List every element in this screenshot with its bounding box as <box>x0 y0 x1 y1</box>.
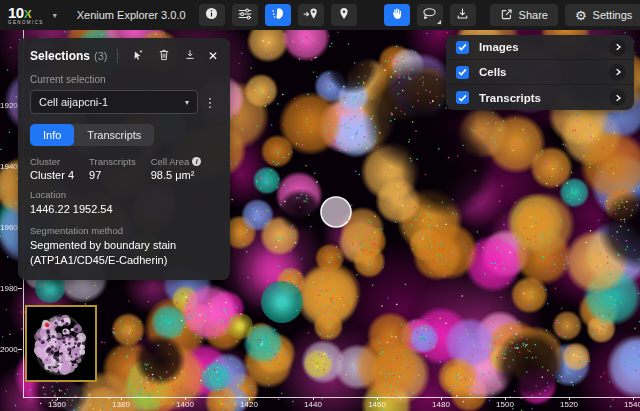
current-selection-label: Current selection <box>30 74 218 85</box>
gear-icon: ⚙ <box>575 9 587 22</box>
hand-icon <box>390 6 403 24</box>
multi-select-button[interactable] <box>128 47 148 65</box>
cells-expand-button[interactable] <box>609 64 626 81</box>
layer-label-cells: Cells <box>479 66 609 78</box>
header-divider <box>117 49 118 63</box>
share-button-label: Share <box>519 9 548 21</box>
export-icon <box>184 47 196 65</box>
ruler-tick-label: 1420 <box>240 400 258 409</box>
close-icon[interactable]: ✕ <box>208 50 218 62</box>
app-title: Xenium Explorer 3.0.0 <box>77 9 186 21</box>
cluster-label: Cluster <box>30 156 74 167</box>
ruler-tick-label: 1920 <box>0 101 17 110</box>
display-settings-button[interactable] <box>232 4 258 26</box>
selections-panel: Selections (3) ✕ <box>18 38 230 280</box>
ruler-tick-label: 2000 <box>0 345 17 354</box>
ruler-tick <box>18 349 22 350</box>
segmentation-method-label: Segmentation method <box>30 225 218 236</box>
logo-10: 10 <box>8 5 24 20</box>
trash-icon <box>158 47 170 65</box>
minimap-tissue-thumbnail <box>27 307 95 380</box>
ruler-tick-label: 1380 <box>112 400 130 409</box>
images-expand-button[interactable] <box>609 39 626 56</box>
logo-text: 10x <box>8 5 44 20</box>
download-button[interactable] <box>450 4 476 26</box>
delete-selection-button[interactable] <box>154 47 174 65</box>
current-selection-row: Cell aijapcni-1 ▾ ⋮ <box>30 90 218 114</box>
tab-info[interactable]: Info <box>30 124 74 146</box>
ruler-tick-label: 1400 <box>176 400 194 409</box>
chevron-down-icon: ▾ <box>185 98 189 107</box>
ruler-tick-label: 1480 <box>432 400 450 409</box>
layer-row-transcripts[interactable]: Transcripts <box>446 85 634 110</box>
selections-title: Selections <box>30 49 90 63</box>
images-checkbox[interactable] <box>456 41 469 54</box>
info-icon <box>205 6 218 24</box>
minimap[interactable] <box>25 305 97 382</box>
chevron-right-icon <box>614 68 622 76</box>
pin-button[interactable] <box>331 4 357 26</box>
pin-icon <box>338 6 350 24</box>
cell-area-label-text: Cell Area <box>151 156 190 167</box>
xenium-explorer-window: 10x GENOMICS ▾ Xenium Explorer 3.0.0 <box>0 0 640 411</box>
top-toolbar: 10x GENOMICS ▾ Xenium Explorer 3.0.0 <box>0 0 640 30</box>
go-to-location-button[interactable] <box>298 4 324 26</box>
ruler-tick-label: 1960 <box>0 223 17 232</box>
logo-dropdown-caret-icon[interactable]: ▾ <box>53 11 57 20</box>
chevron-right-icon <box>614 94 622 102</box>
ruler-tick-label: 1940 <box>0 162 17 171</box>
tool-dropdown-corner-icon <box>437 20 441 24</box>
check-icon <box>458 43 467 51</box>
tab-transcripts[interactable]: Transcripts <box>74 124 154 146</box>
cluster-field: Cluster Cluster 4 <box>30 156 74 181</box>
app-logo[interactable]: 10x GENOMICS <box>8 5 44 26</box>
cluster-value: Cluster 4 <box>30 169 74 181</box>
current-selection-dropdown[interactable]: Cell aijapcni-1 ▾ <box>30 90 198 114</box>
location-value: 1446.22 1952.54 <box>30 202 218 217</box>
logo-subtitle: GENOMICS <box>8 21 44 26</box>
ruler-tick-label: 1440 <box>304 400 322 409</box>
settings-button[interactable]: ⚙ Settings <box>565 4 640 26</box>
location-label: Location <box>30 189 218 200</box>
segmentation-block: Segmentation method Segmented by boundar… <box>30 225 218 268</box>
cell-info-fields: Cluster Cluster 4 Transcripts 97 Cell Ar… <box>30 156 218 181</box>
ruler-tick-label: 1460 <box>368 400 386 409</box>
transcripts-expand-button[interactable] <box>609 89 626 106</box>
current-selection-value: Cell aijapcni-1 <box>39 96 108 108</box>
layer-label-transcripts: Transcripts <box>479 92 609 104</box>
sliders-icon <box>238 6 252 24</box>
export-selections-button[interactable] <box>180 47 200 65</box>
layer-row-cells[interactable]: Cells <box>446 60 634 85</box>
transcripts-label: Transcripts <box>89 156 136 167</box>
transcripts-field: Transcripts 97 <box>89 156 136 181</box>
check-icon <box>458 68 467 76</box>
selection-menu-button[interactable]: ⋮ <box>202 95 218 110</box>
cell-selection-tool-button[interactable] <box>265 4 291 26</box>
ruler-tick-label: 1520 <box>560 400 578 409</box>
goto-pin-icon <box>303 6 318 24</box>
selections-count: (3) <box>94 50 107 62</box>
download-icon <box>456 6 469 24</box>
ruler-tick-label: 1500 <box>496 400 514 409</box>
selection-tabs: Info Transcripts <box>30 124 154 146</box>
location-block: Location 1446.22 1952.54 <box>30 189 218 217</box>
tissue-viewport: 1360138014001420144014601480150015201540… <box>0 30 640 411</box>
transcripts-checkbox[interactable] <box>456 91 469 104</box>
layer-row-images[interactable]: Images <box>446 35 634 60</box>
cell-area-field: Cell Area i 98.5 μm² <box>151 156 202 181</box>
chevron-right-icon <box>614 43 622 51</box>
share-button[interactable]: Share <box>490 4 558 26</box>
settings-button-label: Settings <box>593 9 633 21</box>
pan-tool-button[interactable] <box>384 4 410 26</box>
scale-ruler-bottom <box>23 397 640 398</box>
info-button[interactable] <box>199 4 225 26</box>
layer-label-images: Images <box>479 41 609 53</box>
transcripts-value: 97 <box>89 169 136 181</box>
ruler-tick-label: 1360 <box>48 400 66 409</box>
ruler-tick-label: 1540 <box>624 400 640 409</box>
cells-checkbox[interactable] <box>456 66 469 79</box>
info-tooltip-icon[interactable]: i <box>192 157 201 166</box>
check-icon <box>458 94 467 102</box>
ruler-tick <box>18 288 22 289</box>
lasso-tool-button[interactable] <box>417 4 443 26</box>
